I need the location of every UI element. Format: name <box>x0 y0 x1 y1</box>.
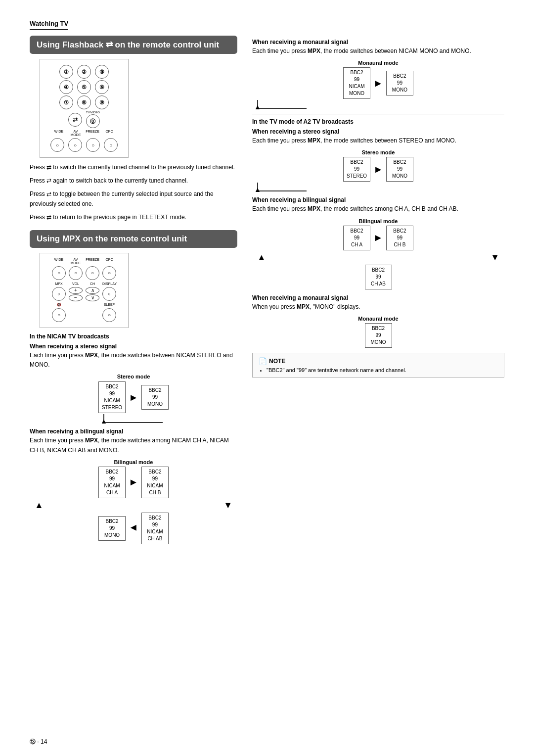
nicam-monaural-arrow-right: ► <box>373 78 383 89</box>
nicam-stereo-mode-diagram: Stereo mode BBC299NICAMSTEREO ► BBC299MO… <box>30 374 237 423</box>
a2-stereo-return-shape: ▲ <box>257 183 307 191</box>
remote-row-2: ④ ⑤ ⑥ <box>44 80 124 94</box>
note-item-1: "BBC2" and "99" are tentative network na… <box>267 367 498 373</box>
ch-down: ∨ <box>86 294 99 301</box>
arrow-up-icon: ▲ <box>100 417 107 425</box>
btn-9: ⑨ <box>95 95 109 109</box>
nicam-monaural-right-box: BBC299MONO <box>386 71 413 95</box>
bottom-btn-row: ○ ○ ○ ○ <box>44 138 124 152</box>
lbl-display: DISPLAY <box>102 282 116 285</box>
mpx-remote-diagram: WIDE AV MODE FREEZE OPC ○ ○ ○ ○ MPX VOL … <box>40 253 129 328</box>
a2-stereo-signal-title: When receiving a stereo signal <box>252 128 504 135</box>
label-freeze: FREEZE <box>86 130 99 137</box>
page-number: ⑬ · 14 <box>30 738 47 746</box>
vol-plus: + <box>69 287 83 294</box>
nicam-monaural-signal-title: When receiving a monaural signal <box>252 39 504 46</box>
remote-row-1: ① ② ③ <box>44 65 124 79</box>
a2-monaural-box: BBC299MONO <box>365 323 392 348</box>
btn-3: ③ <box>95 65 109 79</box>
nicam-stereo-cycle: BBC299NICAMSTEREO ► BBC299MONO ▲ <box>30 381 237 423</box>
a2-stereo-return: ▲ <box>252 183 504 191</box>
nicam-stereo-signal-title: When receiving a stereo signal <box>30 343 237 350</box>
mpx-btn-mpx: ○ <box>52 287 66 301</box>
note-box: 📄 NOTE "BBC2" and "99" are tentative net… <box>252 353 504 378</box>
nicam-bilingual-mid: ▲ ▼ <box>30 500 237 511</box>
nicam-bilingual-signal-text: Each time you press MPX, the mode switch… <box>30 436 237 455</box>
nicam-monaural-signal-text: Each time you press MPX, the mode switch… <box>252 47 504 56</box>
a2-monaural-mode-title: Monaural mode <box>252 316 504 322</box>
nicam-monaural-return: ▲ <box>252 100 504 109</box>
a2-stereo-signal-text: Each time you press MPX, the mode switch… <box>252 136 504 145</box>
nicam-monaural-cycle: BBC299NICAMMONO ► BBC299MONO <box>252 67 504 99</box>
a2-title: In the TV mode of A2 TV broadcasts <box>252 118 504 125</box>
lbl-mpx: MPX <box>52 282 66 285</box>
monaural-arrow-up-icon: ▲ <box>254 103 261 111</box>
page: Watching TV Using Flashback ⇄ on the rem… <box>0 0 534 756</box>
section-header-watching-tv: Watching TV <box>30 20 68 30</box>
vol-minus: − <box>69 294 83 301</box>
nicam-stereo-top-row: BBC299NICAMSTEREO ► BBC299MONO <box>98 381 169 413</box>
nicam-bilingual-mode-title: Bilingual mode <box>30 459 237 465</box>
btn-wide: ○ <box>50 138 64 152</box>
a2-bi-arrow-down: ▼ <box>490 252 499 263</box>
lbl-freeze: FREEZE <box>86 258 99 265</box>
nicam-bilingual-top-row: BBC299NICAMCH A ► BBC299NICAMCH B <box>30 467 237 498</box>
nicam-bilingual-bottom-row: BBC299MONO ► BBC299NICAMCH AB <box>30 513 237 544</box>
nicam-bi-box-tl: BBC299NICAMCH A <box>98 467 126 498</box>
a2-bilingual-mid: ▲ ▼ <box>252 252 504 263</box>
ch-group: ∧ ∨ <box>86 287 99 301</box>
mpx-btn-freeze: ○ <box>86 266 99 280</box>
ch-up: ∧ <box>86 287 99 294</box>
nicam-monaural-left-box: BBC299NICAMMONO <box>343 67 370 99</box>
a2-bi-box-bottom: BBC299CH AB <box>365 265 392 289</box>
mpx-row3-labels: 🔇 SLEEP <box>44 303 124 307</box>
nicam-title: In the NICAM TV broadcasts <box>30 333 237 340</box>
nicam-bilingual-mode-diagram: Bilingual mode BBC299NICAMCH A ► BBC299N… <box>30 459 237 544</box>
label-opc: OPC <box>102 130 116 137</box>
a2-monaural-signal-title: When receiving a monaural signal <box>252 294 504 301</box>
a2-stereo-cycle: BBC299STEREO ► BBC299MONO <box>252 157 504 182</box>
a2-bi-box-left: BBC299CH A <box>343 226 370 250</box>
mpx-btn-opc: ○ <box>102 266 116 280</box>
btn-0: ⓪ <box>86 114 100 128</box>
nicam-bilingual-signal-title: When receiving a bilingual signal <box>30 428 237 435</box>
bottom-remote-labels: WIDE AV MODE FREEZE OPC <box>44 130 124 137</box>
a2-bi-arrow-right: ► <box>373 232 383 243</box>
mpx-btn-display: ○ <box>102 287 116 301</box>
flashback-remote-diagram: ① ② ③ ④ ⑤ ⑥ ⑦ ⑧ ⑨ ⇄ TV/VIDEO <box>40 59 129 158</box>
nicam-stereo-signal-text: Each time you press MPX, the mode switch… <box>30 351 237 370</box>
lbl-wide: WIDE <box>52 258 66 265</box>
monaural-return-shape: ▲ <box>257 100 307 109</box>
return-arrow-shape: ▲ <box>103 414 163 423</box>
btn-0-group: TV/VIDEO ⓪ <box>86 111 100 128</box>
nicam-bi-box-bl: BBC299MONO <box>98 516 126 541</box>
a2-bilingual-mode-diagram: Bilingual mode BBC299CH A ► BBC299CH B ▲… <box>252 218 504 289</box>
btn-flashback: ⇄ <box>68 113 82 127</box>
nicam-bi-arrow-up: ▲ <box>35 500 44 511</box>
nicam-bi-arrow-left: ► <box>129 522 138 534</box>
vol-group: + − <box>69 287 83 301</box>
a2-stereo-mode-diagram: Stereo mode BBC299STEREO ► BBC299MONO ▲ <box>252 149 504 191</box>
nicam-stereo-left-box: BBC299NICAMSTEREO <box>98 381 126 413</box>
btn-6: ⑥ <box>95 80 109 94</box>
a2-bilingual-top-row: BBC299CH A ► BBC299CH B <box>252 226 504 250</box>
mpx-btn-av-mode: ○ <box>69 266 83 280</box>
flashback-section-title: Using Flashback ⇄ on the remote control … <box>30 36 237 54</box>
nicam-stereo-right-box: BBC299MONO <box>141 385 169 410</box>
btn-freeze: ○ <box>86 138 100 152</box>
nicam-monaural-mode-title: Monaural mode <box>252 60 504 66</box>
lbl-sleep: SLEEP <box>102 303 116 307</box>
tv-video-label: TV/VIDEO <box>86 111 100 114</box>
note-title: 📄 NOTE <box>259 357 498 365</box>
nicam-stereo-diagram-wrapper: BBC299NICAMSTEREO ► BBC299MONO ▲ <box>98 381 169 423</box>
a2-bilingual-signal-title: When receiving a bilingual signal <box>252 196 504 203</box>
btn-av-mode: ○ <box>68 138 82 152</box>
lbl-opc: OPC <box>102 258 116 265</box>
a2-bilingual-mode-title: Bilingual mode <box>252 218 504 224</box>
btn-7: ⑦ <box>59 95 73 109</box>
btn-8: ⑧ <box>77 95 91 109</box>
mpx-row-3: ○ ○ <box>44 308 124 322</box>
flashback-para-3: Press ⇄ to toggle between the currently … <box>30 189 237 208</box>
nicam-bi-arrow-right: ► <box>129 476 138 488</box>
btn-5: ⑤ <box>77 80 91 94</box>
